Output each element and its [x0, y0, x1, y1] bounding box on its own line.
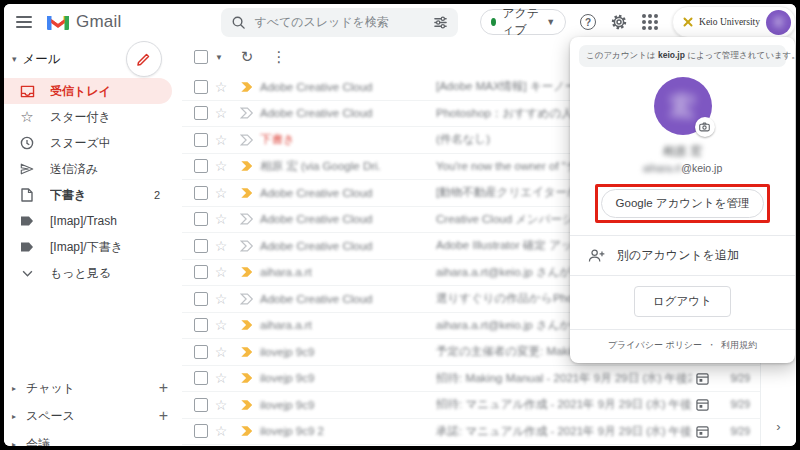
row-checkbox[interactable]	[194, 345, 208, 359]
row-checkbox[interactable]	[194, 239, 208, 253]
row-checkbox[interactable]	[194, 398, 208, 412]
row-checkbox[interactable]	[194, 424, 208, 438]
sidebar-section-会議[interactable]: ▸ 会議	[4, 430, 182, 446]
keio-logo-icon	[683, 17, 693, 27]
email-sender: Adobe Creative Cloud	[260, 187, 436, 199]
avatar[interactable]: 宏	[766, 10, 791, 35]
email-sender: 相原 宏 (via Google Dri.	[260, 159, 436, 174]
main-menu-icon[interactable]	[4, 16, 44, 28]
importance-marker-icon[interactable]	[234, 81, 260, 93]
select-dropdown-icon[interactable]: ▼	[215, 53, 223, 62]
change-photo-camera-icon[interactable]	[695, 117, 715, 137]
star-icon[interactable]: ☆	[208, 238, 234, 254]
importance-marker-icon[interactable]	[234, 240, 260, 252]
email-subject: 招待: マニュアル作成 - 2021年 9月 29日 (水) 午後2時 ~ 午後…	[436, 397, 692, 412]
row-checkbox[interactable]	[194, 212, 208, 226]
sidebar-item-imap下書き[interactable]: [Imap]/下書き	[4, 234, 172, 260]
email-sender: aihara.a.rt	[260, 319, 436, 331]
star-icon[interactable]: ☆	[208, 397, 234, 413]
account-pill[interactable]: Keio University 宏	[672, 6, 796, 38]
importance-marker-icon[interactable]	[234, 187, 260, 199]
star-icon[interactable]: ☆	[208, 79, 234, 95]
add-icon[interactable]: +	[159, 407, 168, 425]
person-add-icon	[588, 248, 605, 263]
importance-marker-icon[interactable]	[234, 372, 260, 384]
settings-gear-icon[interactable]	[610, 11, 628, 33]
star-icon[interactable]: ☆	[208, 105, 234, 121]
apps-grid-icon[interactable]	[642, 11, 658, 33]
row-checkbox[interactable]	[194, 186, 208, 200]
star-icon: ☆	[18, 108, 36, 126]
sidebar: ▾ メール 受信トレイ ☆ スター付き スヌーズ中 送信済み 下書き 2	[4, 40, 182, 446]
search-icon[interactable]	[231, 15, 246, 30]
email-sender: 下書き	[260, 132, 436, 147]
star-icon[interactable]: ☆	[208, 132, 234, 148]
email-subject: 招待: Making Manual - 2021年 9月 29日 (水) 午後2…	[436, 371, 692, 386]
row-checkbox[interactable]	[194, 292, 208, 306]
sidebar-section-スペース[interactable]: ▸ スペース +	[4, 402, 182, 430]
privacy-policy-link[interactable]: プライバシー ポリシー	[608, 339, 702, 352]
draft-icon	[18, 186, 36, 204]
expand-triangle-icon[interactable]: ▸	[12, 384, 26, 393]
clock-icon	[18, 134, 36, 152]
add-account-item[interactable]: 別のアカウントを追加	[570, 236, 795, 275]
sidebar-item-下書き[interactable]: 下書き 2	[4, 182, 172, 208]
help-button[interactable]: ?	[580, 11, 596, 33]
star-icon[interactable]: ☆	[208, 344, 234, 360]
refresh-icon[interactable]: ↻	[233, 43, 261, 71]
row-checkbox[interactable]	[194, 133, 208, 147]
email-row[interactable]: ☆ ilovejp 9c9 招待: マニュアル作成 - 2021年 9月 29日…	[182, 392, 760, 419]
star-icon[interactable]: ☆	[208, 264, 234, 280]
importance-marker-icon[interactable]	[234, 293, 260, 305]
manage-google-account-button[interactable]: Google アカウントを管理	[601, 189, 765, 218]
search-bar[interactable]: すべてのスレッドを検索	[221, 8, 458, 37]
compose-button[interactable]	[126, 41, 162, 77]
status-chip[interactable]: アクティブ ▼	[480, 9, 566, 35]
importance-marker-icon[interactable]	[234, 346, 260, 358]
star-icon[interactable]: ☆	[208, 158, 234, 174]
sidebar-item-スター付き[interactable]: ☆ スター付き	[4, 104, 172, 130]
sidebar-item-もっと見る[interactable]: もっと見る	[4, 260, 172, 286]
importance-marker-icon[interactable]	[234, 266, 260, 278]
star-icon[interactable]: ☆	[208, 185, 234, 201]
search-options-icon[interactable]	[433, 15, 448, 30]
star-icon[interactable]: ☆	[208, 423, 234, 439]
add-icon[interactable]: +	[159, 379, 168, 397]
importance-marker-icon[interactable]	[234, 213, 260, 225]
star-icon[interactable]: ☆	[208, 370, 234, 386]
sidebar-item-スヌーズ中[interactable]: スヌーズ中	[4, 130, 172, 156]
profile-name: 相原 宏	[570, 143, 795, 160]
row-checkbox[interactable]	[194, 318, 208, 332]
importance-marker-icon[interactable]	[234, 134, 260, 146]
mail-section-collapse-icon[interactable]: ▾	[12, 54, 17, 64]
sidebar-item-送信済み[interactable]: 送信済み	[4, 156, 172, 182]
importance-marker-icon[interactable]	[234, 425, 260, 437]
importance-marker-icon[interactable]	[234, 319, 260, 331]
mail-section-label: メール	[23, 51, 126, 68]
show-side-panel-icon[interactable]: ›	[776, 419, 780, 434]
expand-triangle-icon[interactable]: ▸	[12, 440, 26, 447]
sidebar-item-imaptrash[interactable]: [Imap]/Trash	[4, 208, 172, 234]
star-icon[interactable]: ☆	[208, 291, 234, 307]
sidebar-item-受信トレイ[interactable]: 受信トレイ	[4, 78, 172, 104]
star-icon[interactable]: ☆	[208, 211, 234, 227]
search-placeholder[interactable]: すべてのスレッドを検索	[254, 14, 425, 31]
select-all-checkbox[interactable]	[194, 50, 208, 64]
star-icon[interactable]: ☆	[208, 317, 234, 333]
email-row[interactable]: ☆ ilovejp 9c9 招待: Making Manual - 2021年 …	[182, 366, 760, 393]
email-row[interactable]: ☆ ilovejp 9c9 2 承諾: マニュアル作成 - 2021年 9月 2…	[182, 419, 760, 446]
account-pill-label: Keio University	[699, 17, 760, 27]
row-checkbox[interactable]	[194, 159, 208, 173]
expand-triangle-icon[interactable]: ▸	[12, 412, 26, 421]
terms-link[interactable]: 利用規約	[721, 339, 757, 352]
logout-button[interactable]: ログアウト	[634, 286, 731, 317]
importance-marker-icon[interactable]	[234, 399, 260, 411]
more-options-icon[interactable]: ⋮	[265, 43, 293, 71]
sidebar-section-チャット[interactable]: ▸ チャット +	[4, 374, 182, 402]
importance-marker-icon[interactable]	[234, 107, 260, 119]
row-checkbox[interactable]	[194, 265, 208, 279]
row-checkbox[interactable]	[194, 106, 208, 120]
row-checkbox[interactable]	[194, 80, 208, 94]
importance-marker-icon[interactable]	[234, 160, 260, 172]
row-checkbox[interactable]	[194, 371, 208, 385]
